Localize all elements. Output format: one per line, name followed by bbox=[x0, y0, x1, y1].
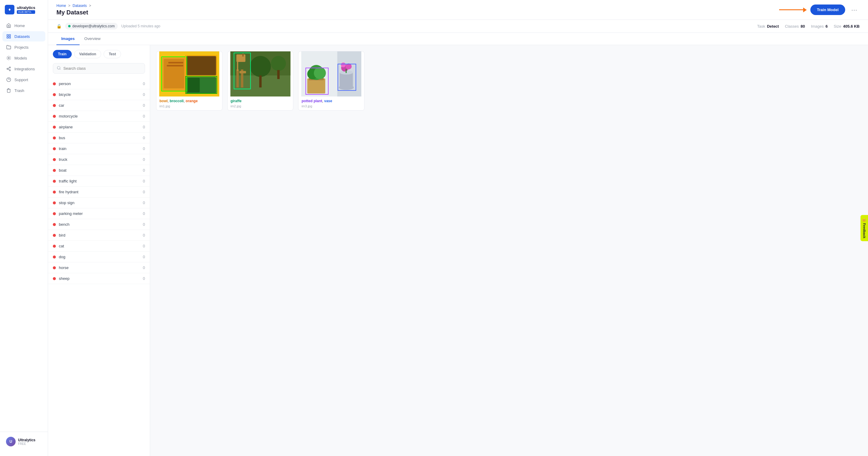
class-dot bbox=[53, 126, 56, 129]
class-name: train bbox=[59, 146, 143, 151]
class-item[interactable]: fire hydrant 0 bbox=[48, 187, 150, 198]
class-dot bbox=[53, 137, 56, 140]
split-tab-validation[interactable]: Validation bbox=[74, 50, 101, 58]
projects-icon bbox=[6, 45, 11, 50]
images-panel: bowl, broccoli, orange im1.jpg giraffe i… bbox=[150, 45, 868, 456]
more-options-button[interactable]: ⋯ bbox=[849, 5, 860, 15]
breadcrumb-datasets[interactable]: Datasets bbox=[73, 4, 87, 8]
image-thumbnail bbox=[299, 51, 364, 96]
sidebar-item-integrations[interactable]: Integrations bbox=[2, 64, 45, 74]
stat-images: Images 6 bbox=[811, 24, 828, 29]
split-tab-train[interactable]: Train bbox=[53, 50, 72, 58]
class-item[interactable]: airplane 0 bbox=[48, 122, 150, 133]
svg-rect-48 bbox=[307, 79, 326, 93]
sidebar-item-models[interactable]: Models bbox=[2, 53, 45, 63]
class-item[interactable]: bench 0 bbox=[48, 219, 150, 230]
sidebar-item-support[interactable]: Support bbox=[2, 75, 45, 85]
sidebar-item-trash[interactable]: Trash bbox=[2, 85, 45, 95]
sidebar-label-integrations: Integrations bbox=[14, 67, 35, 71]
class-dot bbox=[53, 82, 56, 85]
sidebar: ultralytics HUB BETA Home bbox=[0, 0, 48, 456]
class-item[interactable]: truck 0 bbox=[48, 154, 150, 165]
sidebar-label-home: Home bbox=[14, 24, 25, 28]
train-model-button[interactable]: Train Model bbox=[810, 4, 845, 15]
sidebar-nav: Home Datasets bbox=[0, 21, 48, 432]
class-item[interactable]: motorcycle 0 bbox=[48, 111, 150, 122]
sidebar-item-home[interactable]: Home bbox=[2, 21, 45, 31]
class-item[interactable]: bicycle 0 bbox=[48, 89, 150, 100]
class-list: person 0 bicycle 0 car 0 motorcycle 0 ai… bbox=[48, 79, 150, 456]
feedback-button[interactable]: 😊 Feedback bbox=[861, 215, 868, 241]
svg-point-52 bbox=[314, 67, 326, 79]
svg-rect-22 bbox=[167, 65, 183, 66]
sidebar-label-trash: Trash bbox=[14, 88, 24, 93]
class-name: parking meter bbox=[59, 211, 143, 216]
class-item[interactable]: parking meter 0 bbox=[48, 208, 150, 219]
search-input[interactable] bbox=[63, 66, 141, 70]
class-count: 0 bbox=[143, 92, 145, 97]
class-dot bbox=[53, 256, 56, 258]
class-count: 0 bbox=[143, 222, 145, 227]
class-item[interactable]: bus 0 bbox=[48, 133, 150, 143]
svg-line-10 bbox=[8, 68, 10, 68]
tabs-bar: Images Overview bbox=[48, 33, 868, 45]
sidebar-label-support: Support bbox=[14, 78, 28, 82]
svg-line-13 bbox=[60, 69, 61, 70]
image-info: giraffe im2.jpg bbox=[227, 96, 293, 110]
dataset-info-bar: 🔒 developer@ultralytics.com Uploaded 5 m… bbox=[48, 20, 868, 33]
class-count: 0 bbox=[143, 114, 145, 118]
image-info: bowl, broccoli, orange im1.jpg bbox=[156, 96, 222, 110]
header: Home > Datasets > My Dataset Train Model… bbox=[48, 0, 868, 20]
tab-images[interactable]: Images bbox=[57, 33, 80, 45]
class-item[interactable]: horse 0 bbox=[48, 262, 150, 273]
class-item[interactable]: person 0 bbox=[48, 79, 150, 89]
search-box[interactable] bbox=[53, 63, 145, 74]
class-dot bbox=[53, 212, 56, 215]
class-dot bbox=[53, 191, 56, 194]
sidebar-label-projects: Projects bbox=[14, 45, 29, 50]
dataset-stats: Task Detect Classes 80 Images 6 Size 405… bbox=[757, 24, 860, 29]
svg-rect-42 bbox=[340, 73, 353, 88]
user-plan: FREE bbox=[18, 442, 35, 446]
class-name: bus bbox=[59, 136, 143, 140]
class-name: car bbox=[59, 103, 143, 108]
class-item[interactable]: traffic light 0 bbox=[48, 176, 150, 187]
svg-rect-21 bbox=[168, 62, 183, 63]
class-item[interactable]: stop sign 0 bbox=[48, 198, 150, 208]
class-name: stop sign bbox=[59, 200, 143, 205]
class-item[interactable]: train 0 bbox=[48, 143, 150, 154]
class-item[interactable]: car 0 bbox=[48, 100, 150, 111]
image-info: potted plant, vase im3.jpg bbox=[299, 96, 364, 110]
class-item[interactable]: boat 0 bbox=[48, 165, 150, 176]
class-count: 0 bbox=[143, 136, 145, 140]
class-item[interactable]: dog 0 bbox=[48, 252, 150, 262]
split-tabs: Train Validation Test bbox=[53, 50, 145, 58]
class-item[interactable]: cat 0 bbox=[48, 241, 150, 252]
breadcrumb-home[interactable]: Home bbox=[57, 4, 66, 8]
main-content: Home > Datasets > My Dataset Train Model… bbox=[48, 0, 868, 456]
sidebar-item-projects[interactable]: Projects bbox=[2, 42, 45, 52]
logo-sub: HUB BETA bbox=[17, 10, 35, 14]
tab-overview[interactable]: Overview bbox=[80, 33, 105, 45]
image-card[interactable]: bowl, broccoli, orange im1.jpg bbox=[156, 51, 222, 111]
label-tag: broccoli bbox=[169, 99, 184, 103]
image-card[interactable]: giraffe im2.jpg bbox=[227, 51, 293, 111]
svg-point-34 bbox=[250, 56, 271, 77]
image-card[interactable]: potted plant, vase im3.jpg bbox=[298, 51, 365, 111]
svg-point-7 bbox=[7, 68, 8, 69]
svg-rect-33 bbox=[239, 71, 246, 73]
svg-rect-31 bbox=[236, 54, 245, 62]
split-tab-test[interactable]: Test bbox=[103, 50, 121, 58]
class-item[interactable]: sheep 0 bbox=[48, 273, 150, 284]
sidebar-item-datasets[interactable]: Datasets bbox=[2, 31, 45, 41]
svg-rect-32 bbox=[242, 53, 244, 57]
class-name: fire hydrant bbox=[59, 190, 143, 194]
class-name: bird bbox=[59, 233, 143, 237]
image-labels: bowl, broccoli, orange bbox=[159, 99, 219, 103]
breadcrumb: Home > Datasets > bbox=[57, 4, 92, 8]
class-item[interactable]: bird 0 bbox=[48, 230, 150, 241]
models-icon bbox=[6, 55, 11, 61]
svg-point-5 bbox=[8, 57, 9, 59]
label-tag: giraffe bbox=[230, 99, 242, 103]
search-icon bbox=[57, 66, 61, 71]
